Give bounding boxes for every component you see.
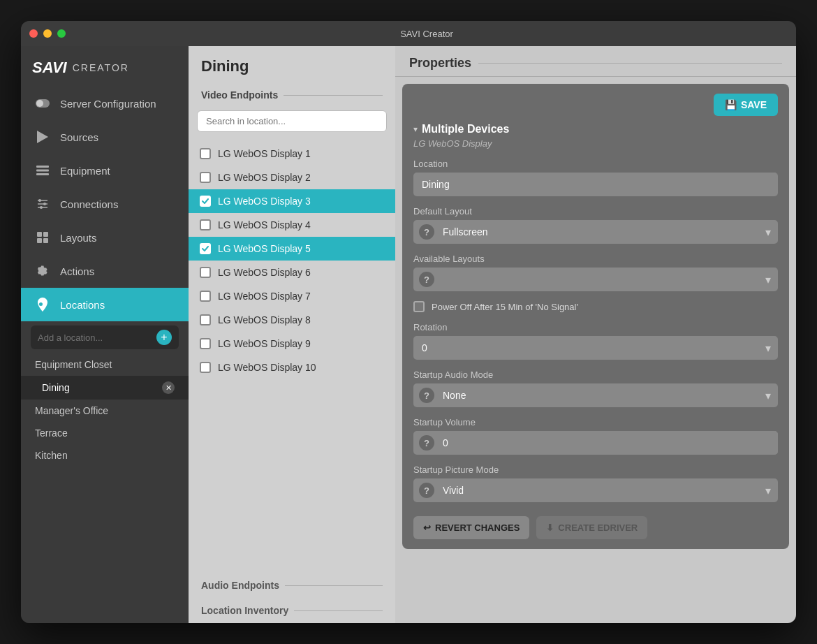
device-checkbox[interactable] <box>200 172 211 183</box>
device-item[interactable]: LG WebOS Display 1 <box>189 142 395 166</box>
sidebar-item-label: Layouts <box>60 232 97 244</box>
device-checkbox[interactable] <box>200 196 211 207</box>
location-input[interactable] <box>413 173 778 196</box>
question-icon: ? <box>419 483 434 498</box>
device-item[interactable]: LG WebOS Display 8 <box>189 308 395 332</box>
sidebar-item-locations[interactable]: Locations <box>21 288 189 321</box>
startup-audio-mode-select-wrapper: ? None ▾ <box>413 383 778 407</box>
startup-audio-mode-label: Startup Audio Mode <box>413 369 778 380</box>
svg-rect-3 <box>36 166 49 168</box>
location-item-terrace[interactable]: Terrace <box>21 422 189 444</box>
device-item[interactable]: LG WebOS Display 4 <box>189 213 395 237</box>
sidebar-item-label: Equipment <box>60 165 110 177</box>
bottom-actions: ↩ REVERT CHANGES ⬇ CREATE EDRIVER <box>413 516 778 539</box>
available-layouts-select-wrapper: ? ▾ <box>413 268 778 291</box>
sidebar-item-actions[interactable]: Actions <box>21 254 189 288</box>
sidebar-item-label: Sources <box>60 131 98 143</box>
available-layouts-select[interactable] <box>440 268 778 291</box>
power-off-checkbox[interactable] <box>413 301 425 312</box>
location-item-equipment-closet[interactable]: Equipment Closet <box>21 353 189 376</box>
startup-volume-select-wrapper: ? <box>413 431 778 455</box>
maximize-button[interactable] <box>57 29 66 38</box>
sidebar-item-equipment[interactable]: Equipment <box>21 154 189 187</box>
question-icon: ? <box>419 388 434 403</box>
logo-creator: CREATOR <box>73 62 129 73</box>
audio-endpoints-header: Audio Endpoints <box>189 573 395 598</box>
power-off-row: Power Off After 15 Min of 'No Signal' <box>413 301 778 312</box>
device-checkbox[interactable] <box>200 267 211 278</box>
sidebar-item-layouts[interactable]: Layouts <box>21 221 189 254</box>
location-item-dining[interactable]: Dining ✕ <box>21 376 189 400</box>
save-button[interactable]: 💾 SAVE <box>714 94 778 116</box>
default-layout-select[interactable]: Fullscreen <box>440 220 778 244</box>
question-icon: ? <box>419 435 434 451</box>
close-button[interactable] <box>29 29 38 38</box>
middle-panel: Dining Video Endpoints LG WebOS Display … <box>189 46 395 623</box>
device-item[interactable]: LG WebOS Display 10 <box>189 356 395 379</box>
play-icon <box>35 129 50 145</box>
location-field-group: Location <box>413 159 778 196</box>
sidebar-item-server-configuration[interactable]: Server Configuration <box>21 87 189 120</box>
location-item-kitchen[interactable]: Kitchen <box>21 444 189 467</box>
revert-button[interactable]: ↩ REVERT CHANGES <box>413 516 529 539</box>
startup-picture-mode-select[interactable]: Vivid <box>440 478 778 502</box>
device-checkbox[interactable] <box>200 219 211 230</box>
properties-panel: Properties 💾 SAVE ▾ Multiple Devices LG … <box>395 46 796 623</box>
svg-point-9 <box>43 203 46 205</box>
question-icon: ? <box>419 224 434 240</box>
add-location-input[interactable] <box>38 332 156 343</box>
device-item[interactable]: LG WebOS Display 3 <box>189 189 395 213</box>
device-checkbox[interactable] <box>200 314 211 325</box>
sidebar-item-sources[interactable]: Sources <box>21 120 189 154</box>
device-item[interactable]: LG WebOS Display 5 <box>189 237 395 261</box>
default-layout-select-wrapper: ? Fullscreen ▾ <box>413 220 778 244</box>
panel-title: Dining <box>189 46 395 84</box>
sidebar-item-connections[interactable]: Connections <box>21 187 189 221</box>
startup-volume-input[interactable] <box>440 431 778 455</box>
minimize-button[interactable] <box>43 29 52 38</box>
svg-rect-15 <box>43 238 48 243</box>
device-checkbox[interactable] <box>200 362 211 373</box>
svg-rect-4 <box>36 170 49 172</box>
device-item[interactable]: LG WebOS Display 2 <box>189 166 395 189</box>
device-checkbox[interactable] <box>200 291 211 302</box>
device-item[interactable]: LG WebOS Display 6 <box>189 261 395 284</box>
startup-picture-mode-label: Startup Picture Mode <box>413 464 778 475</box>
available-layouts-label: Available Layouts <box>413 254 778 264</box>
svg-marker-2 <box>37 131 48 143</box>
sidebar-item-label: Locations <box>60 299 105 311</box>
device-item[interactable]: LG WebOS Display 7 <box>189 284 395 308</box>
multiple-devices-title: Multiple Devices <box>422 123 509 136</box>
properties-inner: 💾 SAVE ▾ Multiple Devices LG WebOS Displ… <box>402 84 789 549</box>
device-checkbox[interactable] <box>200 338 211 349</box>
properties-header: Properties <box>395 46 796 77</box>
add-location-row: + <box>31 325 179 349</box>
sidebar-nav: Server Configuration Sources <box>21 87 189 623</box>
app-window: SAVI Creator SAVI CREATOR Server Config <box>21 21 796 623</box>
startup-picture-mode-field-group: Startup Picture Mode ? Vivid ▾ <box>413 464 778 502</box>
create-edriver-button[interactable]: ⬇ CREATE EDRIVER <box>536 516 647 539</box>
sidebar: SAVI CREATOR Server Configuration <box>21 46 189 623</box>
startup-volume-label: Startup Volume <box>413 417 778 427</box>
location-label: Location <box>413 159 778 169</box>
svg-rect-14 <box>37 238 42 243</box>
add-location-button[interactable]: + <box>156 330 172 345</box>
startup-audio-mode-field-group: Startup Audio Mode ? None ▾ <box>413 369 778 407</box>
save-icon: 💾 <box>725 99 737 110</box>
device-type-label: LG WebOS Display <box>413 138 778 149</box>
location-item-managers-office[interactable]: Manager's Office <box>21 400 189 422</box>
rotation-select[interactable]: 0 90 180 270 <box>413 336 778 360</box>
location-close-button[interactable]: ✕ <box>162 381 175 394</box>
logo-savi: SAVI <box>32 59 67 77</box>
power-off-label: Power Off After 15 Min of 'No Signal' <box>432 302 578 312</box>
toggle-icon <box>35 96 50 111</box>
device-checkbox[interactable] <box>200 148 211 159</box>
properties-content: 💾 SAVE ▾ Multiple Devices LG WebOS Displ… <box>395 77 796 623</box>
logo: SAVI CREATOR <box>21 46 189 87</box>
location-inventory-header: Location Inventory <box>189 598 395 623</box>
device-checkbox[interactable] <box>200 243 211 254</box>
rotation-field-group: Rotation 0 90 180 270 <box>413 322 778 360</box>
startup-audio-mode-select[interactable]: None <box>440 383 778 407</box>
device-item[interactable]: LG WebOS Display 9 <box>189 332 395 356</box>
search-input[interactable] <box>197 110 387 132</box>
